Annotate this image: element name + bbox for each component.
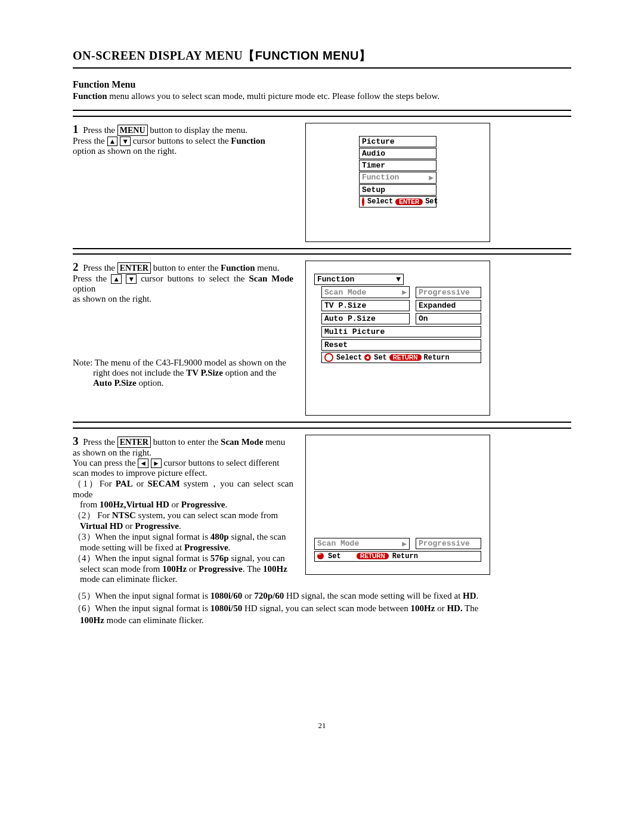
title-left: ON-SCREEN DISPLAY MENU: [73, 49, 243, 62]
osd-hint: Select ENTERSet: [359, 196, 436, 208]
key-menu: MENU: [117, 125, 148, 136]
step-1-text: 1 Press the MENU button to display the m…: [73, 123, 305, 156]
osd-value: Expanded: [416, 300, 481, 311]
divider: [73, 116, 571, 117]
title-bracket: 【FUNCTION MENU】: [243, 49, 371, 62]
osd-item-selected: Scan Mode▶: [314, 538, 410, 550]
divider: [73, 428, 571, 429]
divider: [73, 248, 571, 249]
step-3-text: 3 Press the ENTER button to enter the Sc…: [73, 435, 305, 584]
return-pill: RETURN: [357, 553, 389, 559]
up-arrow-key: ▲: [111, 274, 122, 284]
osd-item: Reset: [321, 339, 481, 351]
step-2-text: 2 Press the ENTER button to enter the Fu…: [73, 261, 305, 388]
right-arrow-icon: ▶: [429, 173, 434, 182]
osd-value: Progressive: [416, 538, 481, 549]
set-icon: [364, 354, 371, 361]
osd-item-selected: Scan Mode▶: [321, 286, 410, 298]
right-arrow-icon: ▶: [402, 287, 407, 297]
left-arrow-key: ◄: [138, 459, 148, 468]
intro-bold: Function: [73, 91, 107, 101]
intro-text: Function menu allows you to select scan …: [73, 91, 571, 101]
right-arrow-icon: ▶: [402, 539, 407, 549]
osd-figure-2: Function▼ Scan Mode▶Progressive TV P.Siz…: [305, 261, 490, 416]
osd-item: Auto P.Size: [321, 313, 410, 324]
leftright-icon: [317, 553, 324, 559]
step-1: 1 Press the MENU button to display the m…: [73, 123, 571, 242]
page-title: ON-SCREEN DISPLAY MENU【FUNCTION MENU】: [73, 48, 571, 64]
down-arrow-key: ▼: [126, 274, 137, 284]
up-arrow-key: ▲: [107, 137, 118, 146]
step-2: 2 Press the ENTER button to enter the Fu…: [73, 261, 571, 416]
step-2-note: Note: The menu of the C43-FL9000 model a…: [73, 358, 293, 388]
key-enter: ENTER: [117, 436, 151, 448]
select-icon: [324, 353, 333, 362]
section-subtitle: Function Menu: [73, 79, 571, 90]
osd-item: TV P.Size: [321, 300, 410, 311]
down-arrow-icon: ▼: [396, 275, 401, 284]
divider: [73, 422, 571, 423]
osd-item: Picture: [359, 136, 436, 147]
osd-item-selected: Function▶: [359, 172, 436, 184]
step-number: 1: [73, 123, 79, 135]
osd-item: Setup: [359, 184, 436, 196]
osd-hint: Set RETURNReturn: [314, 551, 481, 562]
osd-figure-3: Scan Mode▶ Progressive Set RETURNReturn: [305, 435, 490, 575]
step-3: 3 Press the ENTER button to enter the Sc…: [73, 435, 571, 584]
step-number: 3: [73, 435, 79, 447]
page-number: 21: [73, 721, 571, 730]
osd-item: Audio: [359, 148, 436, 159]
enter-pill: ENTER: [395, 199, 423, 205]
step-number: 2: [73, 261, 79, 273]
select-icon: [362, 197, 364, 206]
key-enter: ENTER: [117, 262, 151, 274]
divider: [73, 67, 571, 69]
osd-value: Progressive: [416, 287, 481, 298]
return-pill: RETURN: [389, 354, 422, 361]
osd-title: Function▼: [314, 274, 404, 285]
osd-item: Multi Picture: [321, 326, 481, 337]
right-arrow-key: ►: [151, 459, 162, 468]
divider: [73, 253, 571, 255]
osd-value: On: [416, 313, 481, 324]
step-3-continued: （5）When the input signal format is 1080i…: [73, 590, 571, 625]
osd-hint: Select Set RETURNReturn: [321, 352, 481, 363]
osd-figure-1: Picture Audio Timer Function▶ Setup Sele…: [305, 123, 490, 242]
osd-item: Timer: [359, 160, 436, 171]
document-page: ON-SCREEN DISPLAY MENU【FUNCTION MENU】 Fu…: [0, 0, 644, 754]
intro-rest: menu allows you to select scan mode, mul…: [107, 91, 440, 101]
divider: [73, 110, 571, 111]
down-arrow-key: ▼: [120, 137, 131, 146]
